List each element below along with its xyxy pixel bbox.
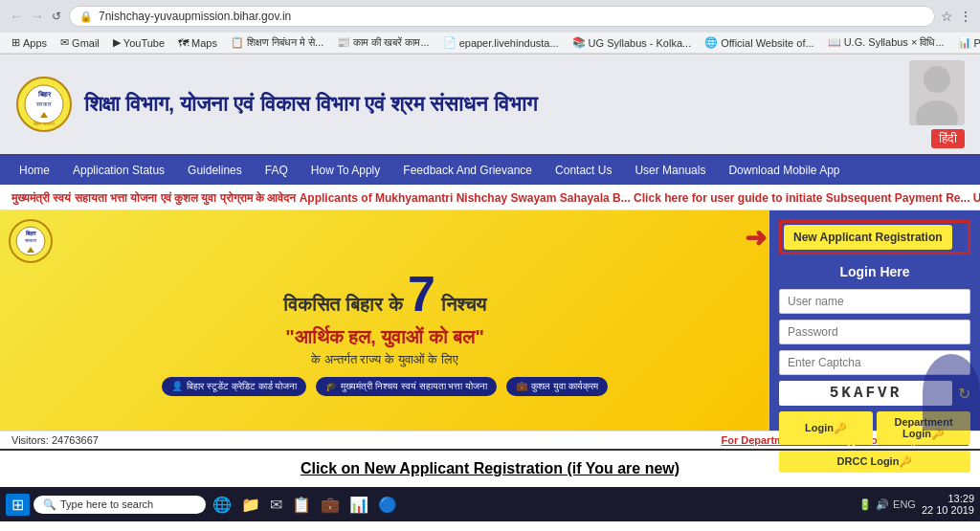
main-content: बिहार सरकार विकसित बिहार के 7 निश्चय "आर… xyxy=(0,210,980,431)
bookmark-apps[interactable]: ⊞Apps xyxy=(8,35,51,50)
bookmarks-bar: ⊞Apps ✉Gmail ▶YouTube 🗺Maps 📋शिक्षण निबं… xyxy=(0,33,980,54)
scheme-icon-1-label: बिहार स्टूडेंट क्रेडिट कार्ड योजना xyxy=(187,381,297,392)
bookmark-5[interactable]: 🌐Official Website of... xyxy=(701,35,817,50)
taskbar-search[interactable]: 🔍 Type here to search xyxy=(33,496,206,514)
scheme-icon-1[interactable]: 👤 बिहार स्टूडेंट क्रेडिट कार्ड योजना xyxy=(162,377,306,396)
taskbar: ⊞ 🔍 Type here to search 🌐 📁 ✉ 📋 💼 📊 🔵 🔋 … xyxy=(0,487,980,521)
taskbar-app2-icon[interactable]: 💼 xyxy=(318,494,343,516)
login-button[interactable]: Login🔑 xyxy=(779,411,873,445)
nav-feedback[interactable]: Feedback And Grievance xyxy=(391,156,544,185)
volume-icon: 🔊 xyxy=(876,498,889,511)
drcc-login-button[interactable]: DRCC Login🔑 xyxy=(779,451,970,473)
taskbar-chrome-icon[interactable]: 🔵 xyxy=(375,494,400,516)
refresh-button[interactable]: ↺ xyxy=(50,10,63,23)
cm-photo xyxy=(909,60,965,125)
scheme-icon-3-icon: 💼 xyxy=(516,381,527,391)
banner-sub: के अन्तर्गत राज्य के युवाओं के लिए xyxy=(15,352,754,367)
address-bar[interactable]: 🔒 7nishchay-yuvaupmission.bihar.gov.in xyxy=(69,6,935,27)
browser-nav-btns: ← → ↺ xyxy=(8,9,63,24)
search-icon: 🔍 xyxy=(43,498,56,511)
nav-faq[interactable]: FAQ xyxy=(254,156,300,185)
taskbar-date-display: 22 10 2019 xyxy=(922,504,974,516)
browser-chrome: ← → ↺ 🔒 7nishchay-yuvaupmission.bihar.go… xyxy=(0,0,980,55)
lock-icon: 🔒 xyxy=(79,11,93,23)
instruction-text: Click on New Applicant Registration (if … xyxy=(301,460,679,476)
ticker-text: मुख्यमंत्री स्वयं सहायता भत्ता योजना एवं… xyxy=(11,191,980,205)
taskbar-right: 🔋 🔊 ENG 13:29 22 10 2019 xyxy=(858,493,974,516)
scheme-icon-2-label: मुख्यमंत्री निश्चय स्वयं सहायता भत्ता यो… xyxy=(341,381,487,392)
new-applicant-registration-button[interactable]: New Applicant Registration xyxy=(784,225,952,250)
search-placeholder: Type here to search xyxy=(60,498,153,510)
forward-button[interactable]: → xyxy=(29,9,46,24)
header-right: हिंदी xyxy=(909,60,965,148)
lang-label: ENG xyxy=(893,498,916,510)
banner-text-block: विकसित बिहार के 7 निश्चय "आर्थिक हल, युव… xyxy=(15,265,754,367)
scheme-icon-2-icon: 🎓 xyxy=(325,381,337,391)
visitors-count: Visitors: 24763667 xyxy=(11,434,99,446)
banner-logo: बिहार सरकार xyxy=(8,218,54,268)
bookmark-gmail[interactable]: ✉Gmail xyxy=(56,35,103,50)
bookmark-4[interactable]: 📚UG Syllabus - Kolka... xyxy=(568,35,696,50)
banner-area: बिहार सरकार विकसित बिहार के 7 निश्चय "आर… xyxy=(0,210,769,431)
login-panel: ➜ New Applicant Registration Login Here … xyxy=(769,210,980,431)
scheme-icon-1-icon: 👤 xyxy=(171,381,183,391)
nav-how-to-apply[interactable]: How To Apply xyxy=(300,156,392,185)
nav-application-status[interactable]: Application Status xyxy=(61,156,176,185)
taskbar-file-icon[interactable]: 📁 xyxy=(238,494,263,516)
announcement-ticker: मुख्यमंत्री स्वयं सहायता भत्ता योजना एवं… xyxy=(0,185,980,210)
battery-icon: 🔋 xyxy=(858,498,872,511)
bookmark-1[interactable]: 📋शिक्षण निबंधन मे से... xyxy=(227,35,327,50)
taskbar-edge-icon[interactable]: 🌐 xyxy=(210,494,234,516)
nav-bar: Home Application Status Guidelines FAQ H… xyxy=(0,156,980,185)
taskbar-app1-icon[interactable]: 📋 xyxy=(289,494,314,516)
nav-guidelines[interactable]: Guidelines xyxy=(176,156,254,185)
svg-text:सरकार: सरकार xyxy=(24,237,37,243)
login-here-label: Login Here xyxy=(779,260,970,283)
site-header: बिहार सरकार बिहार सरकार शिक्षा विभाग, यो… xyxy=(0,55,980,156)
hindi-button[interactable]: हिंदी xyxy=(931,129,965,148)
nav-download-app[interactable]: Download Mobile App xyxy=(717,156,851,185)
scheme-icon-3[interactable]: 💼 कुशल युवा कार्यक्रम xyxy=(506,377,608,396)
reg-button-highlight: New Applicant Registration xyxy=(779,220,970,254)
password-input[interactable] xyxy=(779,320,970,344)
url-text: 7nishchay-yuvaupmission.bihar.gov.in xyxy=(99,10,291,23)
start-button[interactable]: ⊞ xyxy=(6,494,30,516)
star-icon[interactable]: ☆ xyxy=(941,9,953,24)
state-emblem: बिहार सरकार बिहार सरकार xyxy=(15,76,73,133)
site-title: शिक्षा विभाग, योजना एवं विकास विभाग एवं … xyxy=(84,92,537,117)
bookmark-youtube[interactable]: ▶YouTube xyxy=(109,35,168,50)
bookmark-7[interactable]: 📊PowerPoint Present... xyxy=(954,35,980,50)
banner-quote: "आर्थिक हल, युवाओं को बल" xyxy=(15,326,754,348)
taskbar-excel-icon[interactable]: 📊 xyxy=(346,494,371,516)
browser-actions: ☆ ⋮ xyxy=(941,9,972,24)
svg-text:बिहार सरकार: बिहार सरकार xyxy=(33,121,55,126)
back-button[interactable]: ← xyxy=(8,9,25,24)
svg-text:सरकार: सरकार xyxy=(35,101,52,107)
nav-home[interactable]: Home xyxy=(8,156,61,185)
new-reg-container: ➜ New Applicant Registration xyxy=(779,220,970,254)
banner-main-text: विकसित बिहार के 7 निश्चय xyxy=(15,265,754,322)
bookmark-2[interactable]: 📰काम की खबरें काम... xyxy=(333,35,433,50)
bookmark-6[interactable]: 📖U.G. Syllabus × विधि... xyxy=(824,35,948,50)
svg-point-7 xyxy=(924,66,950,93)
nav-user-manuals[interactable]: User Manuals xyxy=(623,156,717,185)
scheme-icon-2[interactable]: 🎓 मुख्यमंत्री निश्चय स्वयं सहायता भत्ता … xyxy=(316,377,497,396)
website-content: बिहार सरकार बिहार सरकार शिक्षा विभाग, यो… xyxy=(0,55,980,449)
browser-topbar: ← → ↺ 🔒 7nishchay-yuvaupmission.bihar.go… xyxy=(0,0,980,33)
red-arrow: ➜ xyxy=(745,222,767,254)
nav-contact-us[interactable]: Contact Us xyxy=(544,156,623,185)
username-input[interactable] xyxy=(779,289,970,314)
bookmark-3[interactable]: 📄epaper.livehindusta... xyxy=(439,35,563,50)
bookmark-maps[interactable]: 🗺Maps xyxy=(174,36,221,50)
taskbar-time-display: 13:29 xyxy=(922,493,974,504)
banner-scheme-icons: 👤 बिहार स्टूडेंट क्रेडिट कार्ड योजना 🎓 म… xyxy=(15,377,754,396)
logo-area: बिहार सरकार बिहार सरकार xyxy=(15,76,73,133)
scheme-icon-3-label: कुशल युवा कार्यक्रम xyxy=(531,381,598,392)
menu-icon[interactable]: ⋮ xyxy=(959,9,972,24)
taskbar-mail-icon[interactable]: ✉ xyxy=(267,494,285,516)
taskbar-clock: 13:29 22 10 2019 xyxy=(922,493,974,516)
banner-number: 7 xyxy=(408,266,435,321)
svg-text:बिहार: बिहार xyxy=(37,90,52,98)
taskbar-icons: 🌐 📁 ✉ 📋 💼 📊 🔵 xyxy=(210,494,855,516)
taskbar-sys-icons: 🔋 🔊 ENG xyxy=(858,498,916,511)
